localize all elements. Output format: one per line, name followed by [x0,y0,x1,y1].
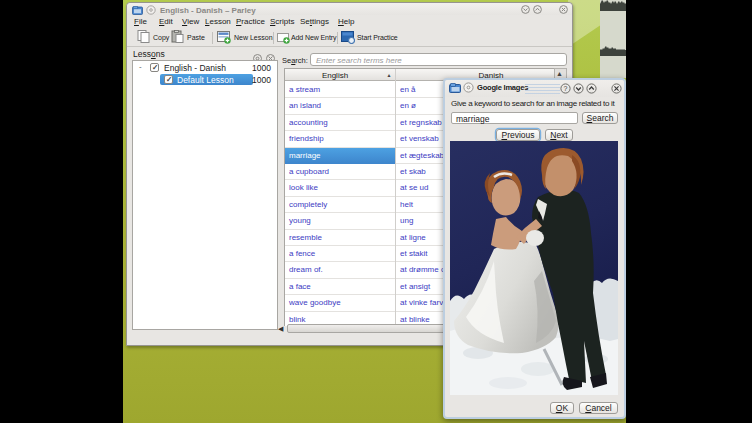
svg-text:?: ? [564,85,568,92]
